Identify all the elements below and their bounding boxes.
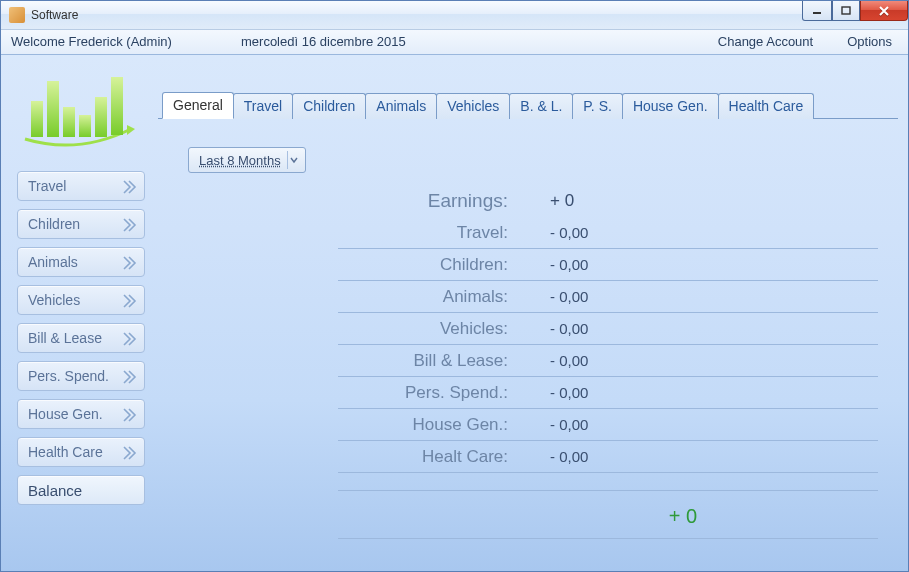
app-window: Software Welcome Frederick (Admin) merco… (0, 0, 909, 572)
chevron-down-icon (287, 151, 301, 169)
row-label: Children: (338, 255, 518, 275)
svg-rect-3 (47, 81, 59, 137)
row-label: Vehicles: (338, 319, 518, 339)
window-controls (802, 1, 908, 21)
row-value: - 0,00 (518, 288, 878, 305)
change-account-link[interactable]: Change Account (718, 34, 813, 49)
sidebar-item-label: Balance (28, 482, 82, 499)
period-selected: Last 8 Months (199, 153, 281, 168)
sidebar-item-label: Vehicles (28, 292, 80, 308)
sidebar-item-label: House Gen. (28, 406, 103, 422)
balance-total: + 0 (338, 505, 878, 539)
sidebar-item-label: Bill & Lease (28, 330, 102, 346)
row-value: - 0,00 (518, 224, 878, 241)
tab-pers-spend[interactable]: P. S. (572, 93, 623, 119)
row-travel: Travel: - 0,00 (338, 217, 878, 249)
row-value: + 0 (518, 191, 878, 211)
sidebar-item-bill-lease[interactable]: Bill & Lease (17, 323, 145, 353)
chevron-right-icon (120, 406, 138, 424)
window-title: Software (31, 8, 78, 22)
logo-chart-icon (13, 67, 143, 155)
sidebar-item-children[interactable]: Children (17, 209, 145, 239)
sidebar-item-vehicles[interactable]: Vehicles (17, 285, 145, 315)
tab-general[interactable]: General (162, 92, 234, 119)
row-value: - 0,00 (518, 416, 878, 433)
sidebar-item-pers-spend[interactable]: Pers. Spend. (17, 361, 145, 391)
row-pers-spend: Pers. Spend.: - 0,00 (338, 377, 878, 409)
sidebar-item-animals[interactable]: Animals (17, 247, 145, 277)
chevron-right-icon (120, 368, 138, 386)
svg-rect-5 (79, 115, 91, 137)
sidebar: Travel Children Animals Vehicles Bill & … (7, 63, 158, 559)
info-bar: Welcome Frederick (Admin) mercoledì 16 d… (1, 30, 908, 55)
current-date: mercoledì 16 dicembre 2015 (241, 34, 718, 49)
summary-rows: Earnings: + 0 Travel: - 0,00 Children: -… (338, 185, 878, 491)
close-icon (878, 5, 890, 17)
sidebar-item-health-care[interactable]: Health Care (17, 437, 145, 467)
row-label: Travel: (338, 223, 518, 243)
svg-rect-0 (813, 12, 821, 14)
sidebar-item-balance[interactable]: Balance (17, 475, 145, 505)
tab-travel[interactable]: Travel (233, 93, 293, 119)
tab-children[interactable]: Children (292, 93, 366, 119)
sidebar-item-label: Pers. Spend. (28, 368, 109, 384)
body: Travel Children Animals Vehicles Bill & … (1, 55, 908, 571)
welcome-text: Welcome Frederick (Admin) (11, 34, 241, 49)
minimize-button[interactable] (802, 1, 832, 21)
row-label: Healt Care: (338, 447, 518, 467)
tab-strip: General Travel Children Animals Vehicles… (158, 91, 898, 119)
tab-vehicles[interactable]: Vehicles (436, 93, 510, 119)
row-vehicles: Vehicles: - 0,00 (338, 313, 878, 345)
tab-bill-lease[interactable]: B. & L. (509, 93, 573, 119)
row-label: Earnings: (338, 190, 518, 212)
maximize-button[interactable] (832, 1, 860, 21)
svg-rect-4 (63, 107, 75, 137)
tab-content-general: Last 8 Months Earnings: + 0 Travel: - 0,… (158, 119, 898, 559)
options-link[interactable]: Options (847, 34, 892, 49)
row-label: Pers. Spend.: (338, 383, 518, 403)
svg-rect-2 (31, 101, 43, 137)
row-value: - 0,00 (518, 384, 878, 401)
row-value: - 0,00 (518, 256, 878, 273)
chevron-right-icon (120, 330, 138, 348)
row-label: Bill & Lease: (338, 351, 518, 371)
svg-rect-1 (842, 7, 850, 14)
sidebar-item-travel[interactable]: Travel (17, 171, 145, 201)
sidebar-item-house-gen[interactable]: House Gen. (17, 399, 145, 429)
minimize-icon (812, 6, 822, 16)
row-bill-lease: Bill & Lease: - 0,00 (338, 345, 878, 377)
row-value: - 0,00 (518, 352, 878, 369)
chevron-right-icon (120, 254, 138, 272)
row-house-gen: House Gen.: - 0,00 (338, 409, 878, 441)
svg-rect-6 (95, 97, 107, 137)
row-spacer (338, 473, 878, 491)
main-panel: General Travel Children Animals Vehicles… (158, 63, 898, 559)
close-button[interactable] (860, 1, 908, 21)
row-label: Animals: (338, 287, 518, 307)
sidebar-item-label: Children (28, 216, 80, 232)
chevron-right-icon (120, 292, 138, 310)
maximize-icon (841, 6, 851, 16)
row-value: - 0,00 (518, 448, 878, 465)
chevron-right-icon (120, 178, 138, 196)
chevron-right-icon (120, 216, 138, 234)
row-children: Children: - 0,00 (338, 249, 878, 281)
row-health-care: Healt Care: - 0,00 (338, 441, 878, 473)
tab-health-care[interactable]: Health Care (718, 93, 815, 119)
row-value: - 0,00 (518, 320, 878, 337)
tab-house-gen[interactable]: House Gen. (622, 93, 719, 119)
period-dropdown[interactable]: Last 8 Months (188, 147, 306, 173)
row-animals: Animals: - 0,00 (338, 281, 878, 313)
sidebar-item-label: Animals (28, 254, 78, 270)
svg-rect-7 (111, 77, 123, 135)
app-icon (9, 7, 25, 23)
chevron-right-icon (120, 444, 138, 462)
row-earnings: Earnings: + 0 (338, 185, 878, 217)
sidebar-item-label: Travel (28, 178, 66, 194)
titlebar: Software (1, 1, 908, 30)
sidebar-item-label: Health Care (28, 444, 103, 460)
row-label: House Gen.: (338, 415, 518, 435)
tab-animals[interactable]: Animals (365, 93, 437, 119)
